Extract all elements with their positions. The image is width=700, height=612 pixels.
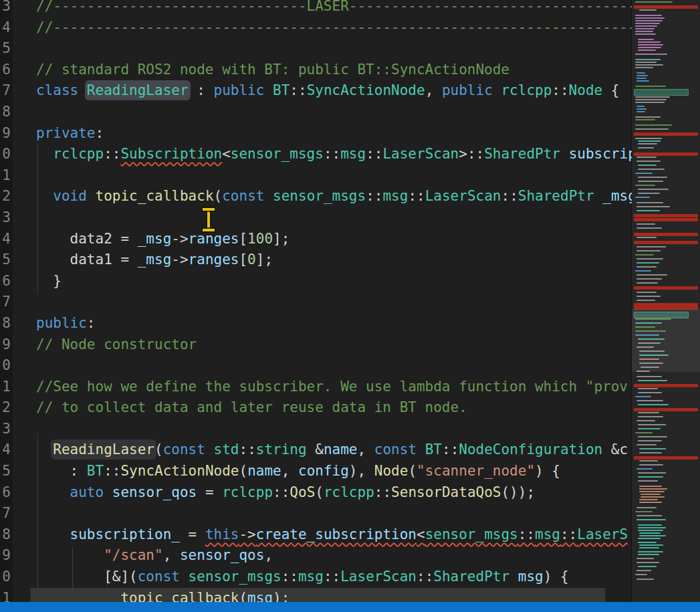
code-line[interactable]: 4 ReadingLaser(const std::string &name, … — [0, 439, 632, 461]
line-number[interactable]: 6 — [0, 482, 11, 504]
code-line[interactable]: 0 rclcpp::Subscription<sensor_msgs::msg:… — [0, 144, 632, 165]
line-number[interactable]: 6 — [0, 271, 11, 292]
minimap-line — [636, 111, 645, 112]
code-line[interactable]: 5 data1 = _msg->ranges[0]; — [0, 249, 632, 271]
line-number[interactable]: 0 — [0, 355, 11, 377]
code-line[interactable]: 0 [&](const sensor_msgs::msg::LaserScan:… — [0, 567, 632, 588]
line-number[interactable]: 8 — [0, 524, 11, 546]
line-number[interactable]: 0 — [0, 144, 11, 165]
line-number[interactable]: 0 — [0, 567, 11, 588]
line-number[interactable]: 1 — [0, 588, 11, 602]
code-line[interactable]: 8 subscription_ = this->create_subscript… — [0, 524, 632, 546]
minimap-line — [638, 416, 663, 417]
minimap-line — [638, 380, 667, 381]
line-number[interactable]: 5 — [0, 38, 11, 60]
code-line[interactable]: 7 — [0, 503, 632, 524]
code-line[interactable]: 7class ReadingLaser : public BT::SyncAct… — [0, 80, 632, 102]
minimap-line — [638, 177, 667, 178]
minimap-line — [639, 547, 659, 548]
line-text: data2 = _msg->ranges[100]; — [36, 229, 289, 250]
line-text: //See how we define the subscriber. We u… — [36, 377, 628, 398]
line-number[interactable]: 3 — [0, 0, 11, 17]
line-number[interactable]: 9 — [0, 334, 11, 356]
code-line[interactable]: 7 — [0, 292, 632, 313]
minimap-error-line — [634, 233, 698, 236]
code-line[interactable]: 5 : BT::SyncActionNode(name, config), No… — [0, 461, 632, 482]
minimap-slider[interactable] — [632, 309, 700, 372]
line-number[interactable]: 2 — [0, 186, 11, 207]
minimap-line — [636, 558, 654, 559]
line-number[interactable]: 7 — [0, 292, 11, 313]
line-number[interactable]: 1 — [0, 377, 11, 398]
minimap-line — [635, 432, 653, 433]
line-text: //------------------------------LASER---… — [36, 0, 632, 17]
line-number[interactable]: 5 — [0, 461, 11, 482]
minimap-line — [636, 161, 661, 162]
minimap-line — [635, 20, 663, 21]
line-number[interactable]: 9 — [0, 123, 11, 144]
line-number[interactable]: 9 — [0, 545, 11, 567]
code-line[interactable]: 0 — [0, 355, 632, 377]
minimap-line — [635, 396, 651, 397]
minimap-line — [638, 412, 659, 413]
minimap-line — [639, 491, 665, 492]
line-text: rclcpp::Subscription<sensor_msgs::msg::L… — [36, 144, 632, 165]
code-line[interactable]: 3//------------------------------LASER--… — [0, 0, 632, 17]
code-line[interactable]: 9 "/scan", sensor_qos, — [0, 545, 632, 567]
code-line[interactable]: 8public: — [0, 313, 632, 334]
line-number[interactable]: 4 — [0, 229, 11, 250]
minimap-line — [636, 262, 659, 264]
line-text: // Node constructor — [36, 334, 197, 356]
line-number[interactable]: 7 — [0, 503, 11, 524]
code-line[interactable]: 2// to collect data and later reuse data… — [0, 397, 632, 419]
minimap-line — [635, 86, 666, 87]
line-number[interactable]: 7 — [0, 80, 11, 102]
code-line[interactable]: 1 topic_callback(msg); — [0, 588, 632, 602]
minimap-error-line — [634, 152, 698, 156]
code-line[interactable]: 1//See how we define the subscriber. We … — [0, 377, 632, 398]
line-number[interactable]: 1 — [0, 165, 11, 187]
line-number[interactable]: 6 — [0, 60, 11, 81]
line-text: // to collect data and later reuse data … — [36, 397, 467, 419]
code-line[interactable]: 4//-------------------------------------… — [0, 17, 632, 39]
minimap-line — [636, 157, 657, 158]
code-line[interactable]: 2 void topic_callback(const sensor_msgs:… — [0, 186, 632, 207]
code-line[interactable]: 4 data2 = _msg->ranges[100]; — [0, 229, 632, 250]
minimap-line — [638, 189, 669, 190]
line-number[interactable]: 2 — [0, 397, 11, 419]
code-editor-pane[interactable]: 3//------------------------------LASER--… — [0, 0, 632, 602]
line-number[interactable]: 3 — [0, 419, 11, 440]
minimap-line — [635, 128, 669, 130]
minimap-line — [635, 197, 650, 198]
minimap-line — [638, 554, 659, 555]
code-line[interactable]: 3 — [0, 207, 632, 229]
code-line[interactable]: 6 auto sensor_qos = rclcpp::QoS(rclcpp::… — [0, 482, 632, 504]
code-line[interactable]: 5 — [0, 38, 632, 60]
code-line[interactable]: 1 — [0, 165, 632, 187]
minimap-line — [639, 448, 666, 449]
minimap-line — [636, 80, 649, 82]
code-line[interactable]: 6 } — [0, 271, 632, 292]
line-number[interactable]: 4 — [0, 439, 11, 461]
minimap-line — [636, 227, 662, 229]
code-line[interactable]: 6// standard ROS2 node with BT: public B… — [0, 60, 632, 81]
minimap-line — [638, 143, 657, 144]
line-text: public: — [36, 313, 96, 334]
line-number[interactable]: 3 — [0, 207, 11, 229]
minimap[interactable] — [631, 0, 700, 602]
minimap-line — [636, 292, 657, 293]
minimap-line — [636, 274, 667, 276]
minimap-line — [638, 424, 666, 425]
code-line[interactable]: 9// Node constructor — [0, 334, 632, 356]
minimap-line — [638, 169, 665, 170]
line-number[interactable]: 5 — [0, 249, 11, 271]
line-number[interactable]: 4 — [0, 17, 11, 39]
line-number[interactable]: 8 — [0, 102, 11, 123]
code-line[interactable]: 9private: — [0, 123, 632, 144]
minimap-line — [636, 237, 657, 238]
minimap-line — [635, 574, 647, 575]
code-line[interactable]: 3 — [0, 419, 632, 440]
code-line[interactable]: 8 — [0, 102, 632, 123]
line-text: [&](const sensor_msgs::msg::LaserScan::S… — [36, 567, 569, 588]
line-number[interactable]: 8 — [0, 313, 11, 334]
